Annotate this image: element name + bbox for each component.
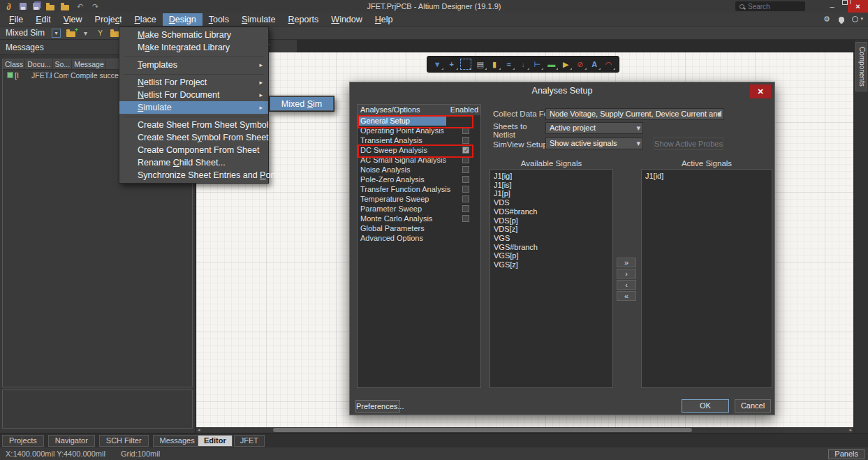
signal-vgs[interactable]: VGS bbox=[494, 234, 612, 243]
menu-project[interactable]: Project bbox=[89, 13, 128, 26]
analysis-transient-analysis[interactable]: Transient Analysis bbox=[358, 135, 480, 145]
menu-make-integrated-library[interactable]: Make Integrated Library ▸ bbox=[119, 41, 268, 54]
menu-design[interactable]: Design bbox=[163, 13, 203, 26]
selection-box-icon[interactable] bbox=[460, 59, 471, 70]
sheets-to-netlist-dropdown[interactable]: Active project bbox=[545, 122, 643, 134]
tab-sch-filter[interactable]: SCH Filter bbox=[99, 435, 149, 447]
simview-setup-dropdown[interactable]: Show active signals bbox=[545, 138, 643, 149]
horizontal-scrollbar[interactable]: ◂ ▸ bbox=[196, 427, 853, 433]
enabled-checkbox[interactable] bbox=[462, 137, 469, 144]
minimize-icon[interactable]: – bbox=[822, 0, 842, 13]
menu-separator[interactable]: ▸ bbox=[124, 72, 264, 75]
user-icon[interactable] bbox=[852, 16, 858, 22]
signal-vgs-z[interactable]: VGS[z] bbox=[494, 260, 612, 269]
menu-edit[interactable]: Edit bbox=[29, 13, 57, 26]
collect-data-for-dropdown[interactable]: Node Voltage, Supply Current, Device Cur… bbox=[545, 108, 724, 120]
signal-j1-ig[interactable]: J1[ig] bbox=[494, 172, 612, 181]
tab-projects[interactable]: Projects bbox=[2, 435, 44, 447]
signal-vds-p[interactable]: VDS[p] bbox=[494, 216, 612, 225]
save-all-icon[interactable] bbox=[33, 3, 40, 10]
analysis-transfer-function-analysis[interactable]: Transfer Function Analysis bbox=[358, 184, 480, 194]
wire-icon[interactable]: ≈ bbox=[503, 59, 514, 70]
enabled-checkbox[interactable] bbox=[462, 127, 469, 134]
enabled-header[interactable]: Enabled bbox=[450, 105, 478, 115]
analysis-dc-sweep-analysis[interactable]: DC Sweep Analysis bbox=[358, 145, 480, 155]
cancel-button[interactable]: Cancel bbox=[735, 399, 771, 413]
signal-j1-p[interactable]: J1[p] bbox=[494, 189, 612, 198]
enabled-checkbox[interactable] bbox=[462, 147, 469, 154]
tab-navigator[interactable]: Navigator bbox=[48, 435, 95, 447]
text-string-icon[interactable]: A bbox=[589, 59, 600, 70]
sim-profile-caret-icon[interactable]: ▾ bbox=[52, 29, 61, 38]
tab-jfet[interactable]: JFET bbox=[234, 435, 265, 447]
messages-column-header[interactable]: Message bbox=[72, 59, 106, 69]
arc-icon[interactable]: ◠ bbox=[603, 59, 615, 70]
move-all-left-button[interactable]: « bbox=[617, 291, 636, 301]
move-left-button[interactable]: ‹ bbox=[617, 280, 636, 290]
menu-view[interactable]: View bbox=[57, 13, 89, 26]
menu-tools[interactable]: Tools bbox=[203, 13, 235, 26]
notifications-icon[interactable] bbox=[839, 17, 844, 22]
menu-netlist-for-document[interactable]: Netlist For Document ▸ bbox=[119, 89, 268, 101]
scroll-left-icon[interactable]: ◂ bbox=[198, 427, 200, 433]
net-label-icon[interactable]: ⊢ bbox=[531, 59, 543, 70]
enabled-checkbox[interactable] bbox=[462, 215, 469, 222]
move-right-button[interactable]: › bbox=[617, 269, 636, 279]
menu-create-sheet-symbol-from-sheet[interactable]: Create Sheet Symbol From Sheet ▸ bbox=[119, 131, 268, 144]
analysis-advanced-options[interactable]: Advanced Options bbox=[358, 233, 480, 243]
dialog-close-button[interactable]: ✕ bbox=[750, 84, 771, 98]
menu-make-schematic-library[interactable]: Make Schematic Library ▸ bbox=[119, 29, 268, 41]
restore-icon[interactable] bbox=[842, 0, 848, 5]
enabled-checkbox[interactable] bbox=[462, 156, 469, 163]
show-active-probes-button[interactable]: Show Active Probes bbox=[654, 138, 723, 150]
analysis-general-setup[interactable]: General Setup bbox=[358, 116, 480, 126]
filter-funnel-icon[interactable]: Y bbox=[96, 29, 105, 38]
messages-column-header[interactable]: Docu... bbox=[25, 59, 52, 69]
submenu-mixed-sim[interactable]: Mixed Sim bbox=[270, 97, 333, 110]
components-panel-tab[interactable]: Components bbox=[855, 42, 867, 91]
messages-column-header[interactable]: So... bbox=[53, 59, 73, 69]
analysis-noise-analysis[interactable]: Noise Analysis bbox=[358, 165, 480, 175]
scrollbar-thumb[interactable] bbox=[273, 428, 692, 432]
signal-j1-is[interactable]: J1[is] bbox=[494, 181, 612, 190]
enabled-checkbox[interactable] bbox=[462, 205, 469, 212]
preferences-button[interactable]: Preferences... bbox=[355, 400, 400, 413]
analysis-global-parameters[interactable]: Global Parameters bbox=[358, 223, 480, 233]
redo-icon[interactable]: ↷ bbox=[91, 2, 100, 11]
sim-profile-select[interactable]: Mixed Sim bbox=[0, 28, 52, 38]
save-icon[interactable] bbox=[20, 3, 27, 10]
menu-netlist-for-project[interactable]: Netlist For Project ▸ bbox=[119, 76, 268, 89]
menu-separator[interactable]: ▸ bbox=[124, 54, 264, 57]
close-icon[interactable]: × bbox=[848, 0, 868, 13]
signal-vgs-branch[interactable]: VGS#branch bbox=[494, 243, 612, 252]
settings-icon[interactable]: ⚙ bbox=[823, 15, 831, 24]
menu-help[interactable]: Help bbox=[369, 13, 399, 26]
component-body-icon[interactable]: ▮ bbox=[489, 59, 500, 70]
analysis-pole-zero-analysis[interactable]: Pole-Zero Analysis bbox=[358, 175, 480, 184]
part-icon[interactable]: ▬ bbox=[546, 59, 557, 70]
analysis-temperature-sweep[interactable]: Temperature Sweep bbox=[358, 194, 480, 204]
analysis-ac-small-signal-analysis[interactable]: AC Small Signal Analysis bbox=[358, 155, 480, 165]
active-signal-j1-id[interactable]: J1[id] bbox=[645, 172, 772, 181]
menu-create-component-from-sheet[interactable]: Create Component From Sheet ▸ bbox=[119, 144, 268, 156]
ok-button[interactable]: OK bbox=[682, 399, 729, 413]
search-box[interactable] bbox=[735, 1, 805, 11]
menu-rename-child-sheet[interactable]: Rename Child Sheet... ▸ bbox=[119, 156, 268, 169]
enabled-checkbox[interactable] bbox=[462, 195, 469, 202]
altium-logo-icon[interactable]: ∂ bbox=[4, 2, 13, 11]
add-document-icon[interactable] bbox=[66, 31, 75, 37]
signal-vds[interactable]: VDS bbox=[494, 198, 612, 207]
search-input[interactable] bbox=[748, 3, 797, 10]
power-port-icon[interactable]: ↓ bbox=[517, 59, 529, 70]
scroll-right-icon[interactable]: ▸ bbox=[849, 427, 852, 433]
sheet-symbol-icon[interactable]: ▤ bbox=[475, 59, 486, 70]
open-icon[interactable] bbox=[46, 5, 54, 10]
crosshair-icon[interactable]: + bbox=[446, 59, 457, 70]
menu-synchronize-sheet-entries-and-ports[interactable]: Synchronize Sheet Entries and Ports ▸ bbox=[119, 169, 268, 181]
analysis-operating-point-analysis[interactable]: Operating Point Analysis bbox=[358, 126, 480, 135]
signal-vds-branch[interactable]: VDS#branch bbox=[494, 207, 612, 216]
enabled-checkbox[interactable] bbox=[462, 186, 469, 193]
parameter-tag-icon[interactable]: ▶ bbox=[560, 59, 571, 70]
menu-window[interactable]: Window bbox=[325, 13, 368, 26]
menu-separator[interactable]: ▸ bbox=[124, 114, 264, 117]
